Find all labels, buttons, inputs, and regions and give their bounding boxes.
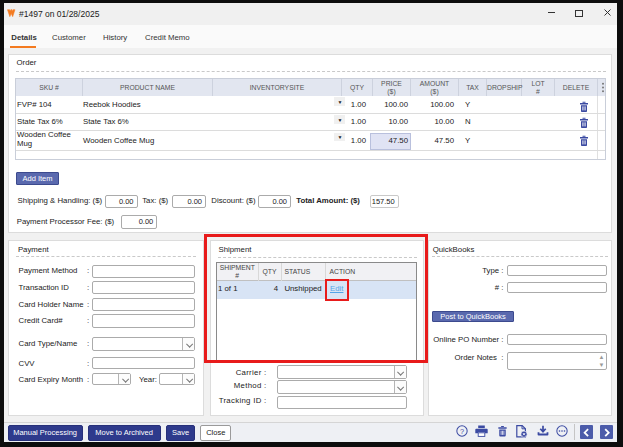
- svg-text:?: ?: [459, 427, 463, 436]
